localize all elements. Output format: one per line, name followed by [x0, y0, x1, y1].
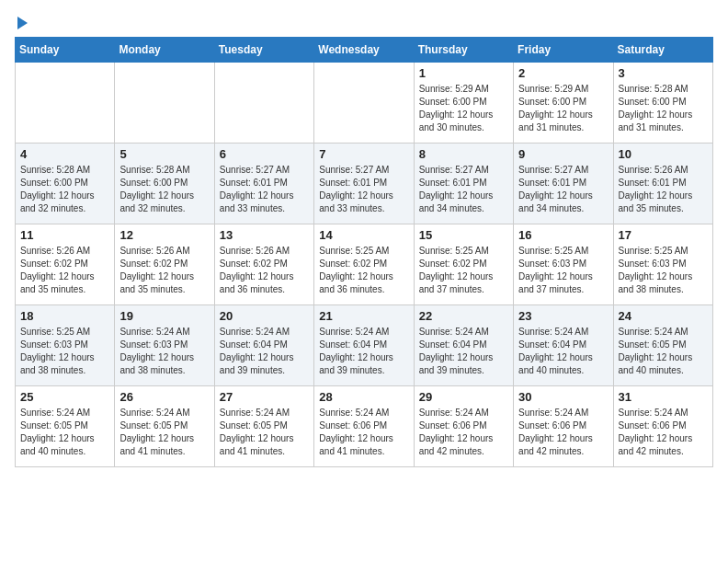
page-header: [15, 15, 713, 29]
day-info: Sunrise: 5:25 AM Sunset: 6:03 PM Dayligh…: [518, 245, 608, 296]
calendar-cell: 26Sunrise: 5:24 AM Sunset: 6:05 PM Dayli…: [115, 386, 214, 467]
weekday-header: Tuesday: [214, 38, 313, 63]
day-info: Sunrise: 5:26 AM Sunset: 6:02 PM Dayligh…: [220, 245, 309, 296]
calendar-cell: 27Sunrise: 5:24 AM Sunset: 6:05 PM Dayli…: [214, 386, 313, 467]
day-info: Sunrise: 5:24 AM Sunset: 6:05 PM Dayligh…: [119, 407, 209, 458]
day-info: Sunrise: 5:25 AM Sunset: 6:03 PM Dayligh…: [619, 245, 708, 296]
weekday-header: Monday: [115, 38, 214, 63]
day-info: Sunrise: 5:29 AM Sunset: 6:00 PM Dayligh…: [419, 83, 508, 134]
day-number: 31: [619, 390, 708, 404]
day-info: Sunrise: 5:29 AM Sunset: 6:00 PM Dayligh…: [518, 83, 608, 134]
calendar-cell: 21Sunrise: 5:24 AM Sunset: 6:04 PM Dayli…: [314, 305, 414, 386]
day-info: Sunrise: 5:24 AM Sunset: 6:06 PM Dayligh…: [518, 407, 608, 458]
day-info: Sunrise: 5:25 AM Sunset: 6:03 PM Dayligh…: [20, 326, 109, 377]
day-info: Sunrise: 5:27 AM Sunset: 6:01 PM Dayligh…: [518, 164, 608, 215]
calendar-cell: 28Sunrise: 5:24 AM Sunset: 6:06 PM Dayli…: [314, 386, 414, 467]
day-info: Sunrise: 5:24 AM Sunset: 6:05 PM Dayligh…: [20, 407, 109, 458]
day-info: Sunrise: 5:24 AM Sunset: 6:04 PM Dayligh…: [220, 326, 309, 377]
calendar-week-row: 25Sunrise: 5:24 AM Sunset: 6:05 PM Dayli…: [16, 386, 713, 467]
day-info: Sunrise: 5:27 AM Sunset: 6:01 PM Dayligh…: [419, 164, 508, 215]
calendar-cell: 11Sunrise: 5:26 AM Sunset: 6:02 PM Dayli…: [16, 224, 115, 305]
calendar-cell: [115, 63, 214, 144]
calendar-cell: 18Sunrise: 5:25 AM Sunset: 6:03 PM Dayli…: [16, 305, 115, 386]
day-info: Sunrise: 5:24 AM Sunset: 6:03 PM Dayligh…: [119, 326, 209, 377]
calendar-cell: 2Sunrise: 5:29 AM Sunset: 6:00 PM Daylig…: [514, 63, 613, 144]
day-info: Sunrise: 5:26 AM Sunset: 6:02 PM Dayligh…: [119, 245, 209, 296]
calendar-cell: 6Sunrise: 5:27 AM Sunset: 6:01 PM Daylig…: [214, 144, 313, 224]
day-number: 14: [319, 228, 408, 242]
weekday-header: Sunday: [16, 38, 115, 63]
calendar-cell: 24Sunrise: 5:24 AM Sunset: 6:05 PM Dayli…: [613, 305, 712, 386]
calendar-cell: 3Sunrise: 5:28 AM Sunset: 6:00 PM Daylig…: [613, 63, 712, 144]
day-info: Sunrise: 5:26 AM Sunset: 6:01 PM Dayligh…: [619, 164, 708, 215]
calendar-cell: 8Sunrise: 5:27 AM Sunset: 6:01 PM Daylig…: [414, 144, 513, 224]
calendar-cell: [214, 63, 313, 144]
logo: [15, 15, 28, 29]
calendar-table: SundayMondayTuesdayWednesdayThursdayFrid…: [15, 37, 713, 467]
day-number: 3: [619, 66, 708, 80]
day-number: 9: [518, 147, 608, 161]
calendar-cell: 5Sunrise: 5:28 AM Sunset: 6:00 PM Daylig…: [115, 144, 214, 224]
calendar-cell: 31Sunrise: 5:24 AM Sunset: 6:06 PM Dayli…: [613, 386, 712, 467]
calendar-week-row: 18Sunrise: 5:25 AM Sunset: 6:03 PM Dayli…: [16, 305, 713, 386]
calendar-cell: 29Sunrise: 5:24 AM Sunset: 6:06 PM Dayli…: [414, 386, 513, 467]
day-number: 10: [619, 147, 708, 161]
calendar-cell: 25Sunrise: 5:24 AM Sunset: 6:05 PM Dayli…: [16, 386, 115, 467]
day-number: 22: [419, 309, 508, 323]
calendar-cell: 23Sunrise: 5:24 AM Sunset: 6:04 PM Dayli…: [514, 305, 613, 386]
calendar-week-row: 1Sunrise: 5:29 AM Sunset: 6:00 PM Daylig…: [16, 63, 713, 144]
day-info: Sunrise: 5:26 AM Sunset: 6:02 PM Dayligh…: [20, 245, 109, 296]
calendar-cell: 19Sunrise: 5:24 AM Sunset: 6:03 PM Dayli…: [115, 305, 214, 386]
calendar-cell: 15Sunrise: 5:25 AM Sunset: 6:02 PM Dayli…: [414, 224, 513, 305]
day-info: Sunrise: 5:24 AM Sunset: 6:06 PM Dayligh…: [619, 407, 708, 458]
day-info: Sunrise: 5:28 AM Sunset: 6:00 PM Dayligh…: [119, 164, 209, 215]
day-info: Sunrise: 5:24 AM Sunset: 6:05 PM Dayligh…: [619, 326, 708, 377]
day-number: 18: [20, 309, 109, 323]
day-number: 27: [220, 390, 309, 404]
day-number: 7: [319, 147, 408, 161]
day-number: 13: [220, 228, 309, 242]
day-number: 19: [119, 309, 209, 323]
calendar-cell: 14Sunrise: 5:25 AM Sunset: 6:02 PM Dayli…: [314, 224, 414, 305]
day-number: 4: [20, 147, 109, 161]
day-number: 2: [518, 66, 608, 80]
calendar-cell: 12Sunrise: 5:26 AM Sunset: 6:02 PM Dayli…: [115, 224, 214, 305]
calendar-cell: [16, 63, 115, 144]
calendar-cell: 16Sunrise: 5:25 AM Sunset: 6:03 PM Dayli…: [514, 224, 613, 305]
day-number: 16: [518, 228, 608, 242]
day-number: 11: [20, 228, 109, 242]
day-info: Sunrise: 5:24 AM Sunset: 6:05 PM Dayligh…: [220, 407, 309, 458]
day-number: 25: [20, 390, 109, 404]
calendar-cell: 4Sunrise: 5:28 AM Sunset: 6:00 PM Daylig…: [16, 144, 115, 224]
day-info: Sunrise: 5:27 AM Sunset: 6:01 PM Dayligh…: [319, 164, 408, 215]
day-number: 24: [619, 309, 708, 323]
calendar-cell: 30Sunrise: 5:24 AM Sunset: 6:06 PM Dayli…: [514, 386, 613, 467]
calendar-week-row: 11Sunrise: 5:26 AM Sunset: 6:02 PM Dayli…: [16, 224, 713, 305]
day-number: 5: [119, 147, 209, 161]
weekday-header: Wednesday: [314, 38, 414, 63]
day-number: 12: [119, 228, 209, 242]
day-number: 6: [220, 147, 309, 161]
calendar-cell: 22Sunrise: 5:24 AM Sunset: 6:04 PM Dayli…: [414, 305, 513, 386]
day-info: Sunrise: 5:25 AM Sunset: 6:02 PM Dayligh…: [419, 245, 508, 296]
calendar-cell: 17Sunrise: 5:25 AM Sunset: 6:03 PM Dayli…: [613, 224, 712, 305]
calendar-cell: 7Sunrise: 5:27 AM Sunset: 6:01 PM Daylig…: [314, 144, 414, 224]
day-info: Sunrise: 5:28 AM Sunset: 6:00 PM Dayligh…: [619, 83, 708, 134]
calendar-cell: [314, 63, 414, 144]
calendar-cell: 9Sunrise: 5:27 AM Sunset: 6:01 PM Daylig…: [514, 144, 613, 224]
day-number: 8: [419, 147, 508, 161]
day-number: 23: [518, 309, 608, 323]
weekday-header: Friday: [514, 38, 613, 63]
day-info: Sunrise: 5:28 AM Sunset: 6:00 PM Dayligh…: [20, 164, 109, 215]
calendar-cell: 13Sunrise: 5:26 AM Sunset: 6:02 PM Dayli…: [214, 224, 313, 305]
day-number: 20: [220, 309, 309, 323]
day-number: 29: [419, 390, 508, 404]
day-info: Sunrise: 5:24 AM Sunset: 6:04 PM Dayligh…: [518, 326, 608, 377]
day-info: Sunrise: 5:24 AM Sunset: 6:04 PM Dayligh…: [319, 326, 408, 377]
day-info: Sunrise: 5:27 AM Sunset: 6:01 PM Dayligh…: [220, 164, 309, 215]
day-number: 26: [119, 390, 209, 404]
calendar-cell: 10Sunrise: 5:26 AM Sunset: 6:01 PM Dayli…: [613, 144, 712, 224]
day-number: 21: [319, 309, 408, 323]
day-number: 1: [419, 66, 508, 80]
day-number: 15: [419, 228, 508, 242]
